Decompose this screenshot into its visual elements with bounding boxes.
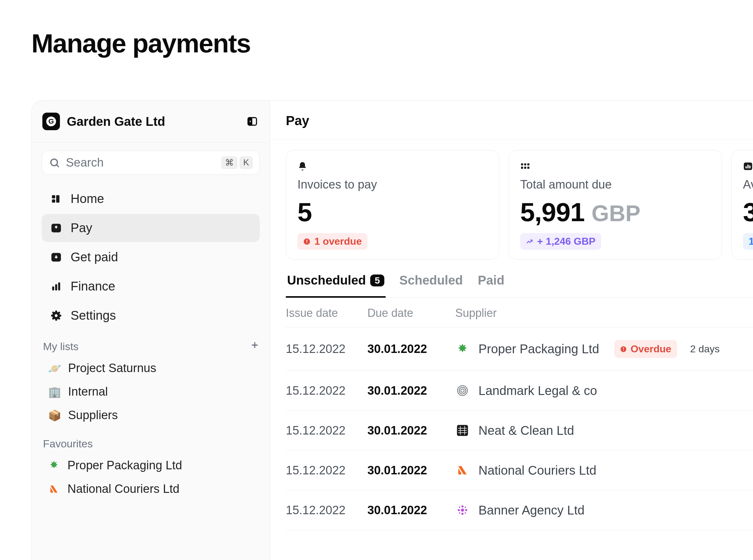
main-header: Pay: [270, 101, 753, 140]
cell-due-date: 30.01.2022: [368, 424, 455, 437]
card-invoices-to-pay: Invoices to pay 5 1 overdue: [286, 150, 499, 259]
grid-icon: [520, 160, 710, 172]
svg-point-40: [465, 512, 466, 514]
cell-due-date: 30.01.2022: [368, 342, 455, 356]
search-input[interactable]: Search ⌘ K: [42, 151, 260, 175]
building-icon: 🏢: [48, 385, 61, 398]
supplier-name: National Couriers Ltd: [478, 463, 596, 478]
favourite-item-national-couriers[interactable]: National Couriers Ltd: [42, 477, 260, 501]
org-switcher[interactable]: G Garden Gate Ltd: [32, 101, 270, 142]
favourite-label: Proper Packaging Ltd: [67, 459, 182, 472]
svg-rect-5: [52, 195, 56, 199]
favourites-items: Proper Packaging Ltd National Couriers L…: [32, 454, 270, 501]
list-item-suppliers[interactable]: 📦 Suppliers: [42, 403, 260, 427]
tab-paid[interactable]: Paid: [477, 267, 506, 298]
list-item-internal[interactable]: 🏢 Internal: [42, 380, 260, 403]
col-header-issue-date[interactable]: Issue date: [286, 306, 368, 320]
add-list-button[interactable]: [250, 340, 260, 353]
svg-point-15: [306, 242, 308, 243]
summary-cards: Invoices to pay 5 1 overdue Total amount…: [270, 140, 753, 267]
svg-rect-17: [524, 163, 527, 166]
mylists-heading: My lists: [43, 340, 78, 353]
nav-label: Finance: [71, 279, 115, 293]
svg-point-29: [459, 387, 466, 394]
sidebar: G Garden Gate Ltd Search ⌘ K: [32, 101, 270, 560]
svg-rect-21: [528, 166, 530, 169]
card-value: 3,: [743, 197, 753, 227]
cell-issue-date: 15.12.2022: [286, 464, 368, 477]
nav-item-pay[interactable]: Pay: [42, 214, 260, 242]
card-label: Invoices to pay: [297, 178, 488, 192]
svg-point-27: [623, 350, 623, 351]
nav-item-getpaid[interactable]: Get paid: [42, 243, 260, 271]
svg-rect-6: [52, 199, 56, 203]
invoices-table: Issue date Due date Supplier 15.12.2022 …: [270, 298, 753, 530]
cell-supplier: Proper Packaging Ltd Overdue 2 days: [455, 340, 753, 358]
tab-unscheduled[interactable]: Unscheduled 5: [286, 267, 385, 298]
supplier-name: Neat & Clean Ltd: [478, 423, 574, 438]
svg-rect-11: [55, 284, 57, 290]
supplier-logo-icon: [455, 463, 470, 478]
svg-point-38: [465, 507, 466, 508]
cell-supplier: Landmark Legal & co: [455, 383, 753, 398]
svg-rect-23: [746, 166, 747, 168]
tabs: Unscheduled 5 Scheduled Paid: [286, 267, 753, 298]
tab-label: Scheduled: [399, 273, 463, 287]
overdue-badge: 1 overdue: [297, 233, 368, 250]
page-title: Manage payments: [0, 0, 753, 59]
alert-circle-icon: [620, 346, 627, 353]
nav-label: Pay: [71, 221, 92, 235]
card-label: Ava: [743, 178, 753, 192]
favourite-item-proper-packaging[interactable]: Proper Packaging Ltd: [42, 454, 260, 477]
table-row[interactable]: 15.12.2022 30.01.2022 National Couriers …: [286, 451, 753, 491]
collapse-panel-icon: [246, 116, 258, 127]
supplier-logo-icon: [48, 483, 60, 495]
favourites-heading-row: Favourites: [32, 427, 270, 454]
svg-point-32: [461, 508, 464, 512]
finance-icon: [50, 280, 62, 293]
svg-rect-10: [52, 286, 54, 291]
mylists-items: 🪐 Project Saturnus 🏢 Internal 📦 Supplier…: [32, 356, 270, 427]
supplier-name: Banner Agency Ltd: [478, 503, 584, 517]
settings-icon: [50, 309, 62, 322]
mylists-heading-row: My lists: [32, 329, 270, 356]
card-value: 5,991: [520, 197, 584, 227]
plus-icon: [250, 340, 260, 350]
nav-item-finance[interactable]: Finance: [42, 272, 260, 300]
list-item-label: Internal: [68, 385, 108, 398]
list-item-label: Project Saturnus: [68, 361, 156, 375]
cell-due-date: 30.01.2022: [368, 464, 455, 477]
sidebar-collapse-button[interactable]: [245, 115, 259, 128]
svg-rect-19: [521, 166, 523, 169]
col-header-supplier[interactable]: Supplier: [455, 306, 753, 320]
tab-scheduled[interactable]: Scheduled: [398, 267, 464, 298]
svg-point-39: [459, 512, 460, 514]
package-icon: 📦: [48, 409, 61, 422]
svg-point-37: [459, 507, 460, 508]
col-header-due-date[interactable]: Due date: [368, 306, 455, 320]
org-name: Garden Gate Ltd: [67, 115, 238, 128]
main-panel: Pay Invoices to pay 5 1 overdue: [270, 101, 753, 560]
table-row[interactable]: 15.12.2022 30.01.2022 Proper Packaging L…: [286, 327, 753, 371]
supplier-logo-icon: [455, 423, 470, 438]
table-row[interactable]: 15.12.2022 30.01.2022 Landmark Legal & c…: [286, 371, 753, 411]
table-header-row: Issue date Due date Supplier: [286, 298, 753, 327]
alert-circle-icon: [303, 238, 311, 245]
nav-item-home[interactable]: Home: [42, 185, 260, 213]
table-row[interactable]: 15.12.2022 30.01.2022 Neat & Clean Ltd: [286, 411, 753, 451]
card-available: Ava 3, 16,: [731, 150, 753, 259]
list-item-label: Suppliers: [68, 408, 118, 422]
cell-due-date: 30.01.2022: [368, 503, 455, 517]
app-shell: G Garden Gate Ltd Search ⌘ K: [32, 100, 753, 560]
svg-rect-18: [528, 163, 530, 166]
favourites-heading: Favourites: [43, 438, 93, 450]
nav-item-settings[interactable]: Settings: [42, 301, 260, 329]
delta-badge: + 1,246 GBP: [520, 233, 601, 250]
table-row[interactable]: 15.12.2022 30.01.2022 Banner Agency Ltd: [286, 491, 753, 530]
status-badge-overdue: Overdue: [614, 340, 677, 358]
list-item-project-saturnus[interactable]: 🪐 Project Saturnus: [42, 356, 260, 380]
main-title: Pay: [286, 113, 737, 128]
svg-point-33: [458, 509, 460, 512]
cell-issue-date: 15.12.2022: [286, 503, 368, 517]
svg-point-36: [461, 513, 464, 515]
